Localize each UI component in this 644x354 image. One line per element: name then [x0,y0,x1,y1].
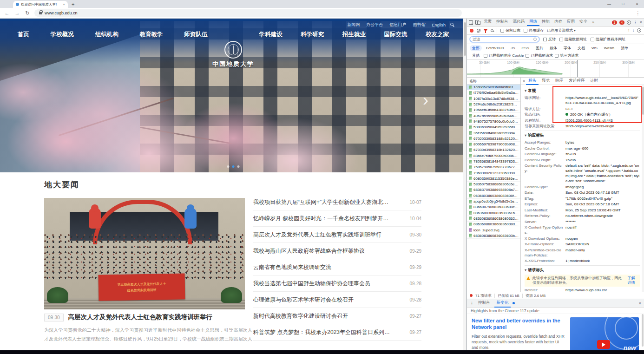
nav-item[interactable]: 科学研究 [301,31,324,39]
reload-button[interactable]: ↻ [24,10,31,16]
request-row[interactable]: 4057d595958b2f2a064a2571ab0e36.png [467,113,520,118]
devtools-tab[interactable]: 控制台 [494,19,511,26]
request-row[interactable]: icon_zuped.svg [467,227,520,233]
record-icon[interactable] [470,29,473,33]
news-title[interactable]: 忆峥嵘岁月 叙校园美好时光：一千余名校友回到梦开始的地方 [253,215,393,223]
detail-tab[interactable]: 响应 [553,78,565,85]
network-settings-icon[interactable] [637,28,641,33]
devtools-close-icon[interactable]: × [640,20,642,25]
carousel-dot[interactable] [237,165,240,168]
devtools-settings-icon[interactable] [627,20,631,25]
nav-item[interactable]: 招生就业 [342,31,366,39]
more-tabs-icon[interactable]: » [592,20,594,25]
hide-data-urls-checkbox[interactable]: 隐藏数据网址 [559,37,587,42]
nav-item[interactable]: 师资队伍 [184,31,207,39]
drawer-scrollbar-thumb[interactable] [642,314,644,347]
error-badge[interactable]: 1 [612,20,617,25]
new-tab-button[interactable]: + [72,1,74,8]
featured-news-photo[interactable]: 第三期高层次人才及党外代表人士 红色教育实践培训班 [44,198,245,309]
request-row[interactable]: 683637093886938508a7b3c2e6d1f4.jpg [467,187,520,193]
drawer-tab[interactable]: 新变化 [494,299,511,308]
news-list-item[interactable]: 我校与燕山区人民政府签署战略合作框架协议 09-29 [253,243,421,259]
request-row[interactable]: 75857905879583778677838a6c2f1e.jpg [467,164,520,170]
nav-item[interactable]: 学科建设 [259,31,283,39]
nav-item[interactable]: 国际交流 [384,31,407,39]
name-column-header[interactable]: 名称 [467,78,520,85]
page-scrollbar-thumb[interactable] [464,22,466,56]
invert-checkbox[interactable]: 反转 [543,37,556,42]
browser-tab[interactable]: 欢迎访问中国地质大学! × [13,1,68,8]
utility-link[interactable]: 新闻网 [347,22,360,28]
news-title[interactable]: 心理健康与色彩艺术学术研讨会在校召开 [253,296,354,304]
news-list-item[interactable]: 新时代高校教育数字化建设研讨会召开 09-27 [253,308,421,324]
detail-tab[interactable]: 发起程序 [566,78,587,85]
type-filter-chip[interactable]: 文档 [575,45,587,51]
news-list-item[interactable]: 我校项目获第八届“互联网+”大学生创新创业大赛湖北区域赛一等奖 10-07 [253,194,421,210]
type-filter-chip[interactable]: 字体 [561,45,573,51]
utility-link[interactable]: 信息门户 [389,22,406,28]
drawer-tab[interactable]: 控制台 [476,299,493,308]
request-row[interactable]: 83b6e7f0f8f79000b0086d9d5e1a3c.jpg [467,153,520,159]
devtools-menu-icon[interactable]: ⋮ [633,20,637,25]
request-row[interactable]: 8366087906836083608e3d2c5a1b7f.jpg [467,204,520,210]
utility-link[interactable]: 图书馆 [413,22,425,28]
devtools-tab[interactable]: 源代码 [511,19,527,26]
network-search-icon[interactable] [491,29,493,32]
nav-item[interactable]: 组织机构 [95,31,118,39]
request-row[interactable]: 0863680386083608361b4f5a9c3d2e.jpg [467,210,520,216]
request-row[interactable]: 796838020123730603987bd64a3e8c.jpg [467,170,520,176]
request-row[interactable]: 6080359038115350386e4a2c9d7b1f.png [467,176,520,182]
whats-new-video-thumbnail[interactable]: new [570,317,639,350]
whats-new-article-title[interactable]: New filter and better overrides in the N… [472,317,565,331]
request-row[interactable]: 6836083860836083603b2a4e8c7d1f.jpg [467,233,520,239]
devtools-tab[interactable]: 应用 [565,19,577,26]
news-title[interactable]: 云南省有色地质局来校调研交流 [253,263,331,271]
blocked-filter-checkbox[interactable]: 第三方请求 [555,53,578,58]
request-row[interactable]: 68360836086038680362c8d97e5f1a.jpg [467,216,520,222]
maximize-button[interactable]: □ [616,0,630,8]
detail-close-icon[interactable]: × [523,79,525,84]
detail-tab[interactable]: 预览 [539,78,552,85]
carousel-next-arrow[interactable]: › [423,92,428,109]
news-title[interactable]: 科普筑梦 点亮梦想：我校承办2023年全国科普日系列活动 [253,328,393,336]
utility-link[interactable]: 办公平台 [366,22,383,28]
devtools-tab[interactable]: 内存 [552,19,565,26]
nav-item[interactable]: 学校概况 [51,31,74,39]
response-headers-section-header[interactable]: ▾响应标头 [525,133,640,138]
hide-extension-urls-checkbox[interactable]: 隐藏扩展程序网址 [591,37,625,42]
request-row[interactable]: 52f4a6c08b6c23f1382f33667e21d0.jpg [467,102,520,107]
back-button[interactable]: ← [4,10,10,16]
search-icon[interactable] [450,23,453,26]
browser-menu-icon[interactable]: ⋮ [636,11,640,16]
request-row[interactable]: 8006697639879003b9086d034a7c1f.jpg [467,142,520,147]
request-row[interactable]: 7803683818484339785355f92b6e4d.jpg [467,159,520,164]
close-button[interactable]: × [630,0,644,8]
type-filter-chip[interactable]: WS [589,46,600,51]
news-title[interactable]: 新时代高校教育数字化建设研讨会召开 [253,312,348,320]
request-row[interactable]: 0863608603860836038d7e1f4b2c6a.jpg [467,222,520,227]
type-filter-chip[interactable]: CSS [519,46,531,51]
clear-icon[interactable] [477,29,480,33]
preserve-log-checkbox[interactable]: 保留日志 [500,28,520,33]
news-title[interactable]: 我校当选第七届中国野生动物保护协会理事会员 [253,280,370,288]
detail-tab[interactable]: 计时 [588,78,600,85]
news-title[interactable]: 高层次人才及党外代表人士红色教育实践培训班举行 [253,231,381,239]
news-list-item[interactable]: 忆峥嵘岁月 叙校园美好时光：一千余名校友回到梦开始的地方 10-04 [253,210,421,227]
network-overview-timeline[interactable]: 50 毫秒100 毫秒150 毫秒200 毫秒250 毫秒300 毫秒 [467,60,644,78]
import-har-icon[interactable]: ↑ [628,28,630,33]
devtools-tab[interactable]: 性能 [539,19,552,26]
request-row[interactable]: t77f6f92e6aa98b5bf5a3a57b60e24c1.jpg [467,90,520,96]
request-row[interactable]: 9480752757806c0b0dc072389f6a1c.jpg [467,119,520,125]
news-list-item[interactable]: 心理健康与色彩艺术学术研讨会在校召开 09-28 [253,292,421,308]
carousel-dot-active[interactable] [232,165,235,168]
detail-scrollbar-thumb[interactable] [642,87,644,115]
blocked-filter-checkbox[interactable]: 已拦截的响应 Cookie [484,53,524,58]
forward-button[interactable]: → [14,10,20,16]
type-filter-chip[interactable]: 媒体 [547,45,559,51]
address-bar[interactable]: www.cugb.edu.cn [34,9,462,17]
request-row[interactable]: 5080b9058a49b92f7a5f80c3871d2e.jpg [467,125,520,130]
request-row[interactable]: 195aef63f5bb4388750b03b6d9c48a.jpg [467,107,520,113]
device-toolbar-icon[interactable] [475,20,479,25]
minimize-button[interactable]: — [602,0,616,8]
type-filter-chip[interactable]: 其他 [470,52,482,59]
